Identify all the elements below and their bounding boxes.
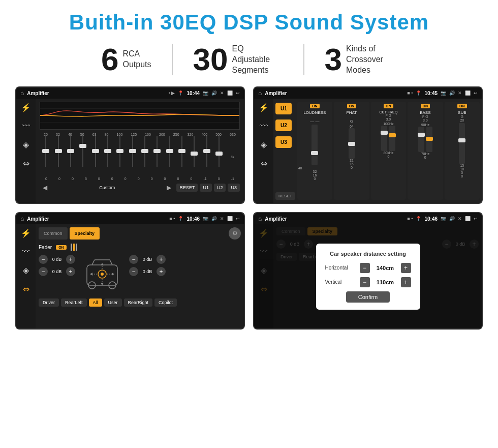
stats-row: 6 RCAOutputs 30 EQ AdjustableSegments 3 …: [15, 44, 483, 75]
cam-icon-4: 📷: [441, 216, 446, 221]
fader-sidebar: ⚡ 〰 ◈ ⇔: [16, 224, 36, 328]
play-btn[interactable]: ▶: [164, 183, 174, 193]
horizontal-value: 140cm: [374, 265, 397, 271]
sidebar-wave-icon-2[interactable]: 〰: [260, 122, 268, 131]
time-4: 10:46: [424, 216, 438, 222]
fader-lines: [71, 244, 77, 251]
eq-sidebar: ⚡ 〰 ◈ ⇔: [16, 99, 36, 203]
eq-slider-7[interactable]: [132, 136, 133, 177]
media-icons-3: ■ •: [169, 216, 175, 221]
eq-slider-14[interactable]: [219, 136, 220, 177]
expand-icon[interactable]: »: [231, 154, 234, 160]
svg-marker-17: [90, 273, 92, 276]
eq-slider-8[interactable]: [144, 136, 145, 177]
sidebar-arrows-icon-3[interactable]: ⇔: [23, 284, 29, 294]
home-icon-3[interactable]: ⌂: [20, 215, 24, 222]
u2-btn-eq[interactable]: U2: [214, 184, 226, 192]
back-icon-2[interactable]: ↩: [474, 91, 478, 96]
db-minus-bl[interactable]: −: [39, 267, 48, 276]
back-icon-3[interactable]: ↩: [236, 216, 240, 221]
horizontal-minus-btn[interactable]: −: [360, 263, 370, 273]
crossover-main: U1 U2 U3 RESET ON LOUDNESS — —: [273, 99, 482, 203]
sidebar-wave-icon[interactable]: 〰: [22, 122, 30, 131]
stat-rca-number: 6: [101, 44, 118, 75]
sidebar-speaker-icon-2[interactable]: ◈: [261, 140, 267, 150]
horizontal-plus-btn[interactable]: +: [401, 263, 411, 273]
db-minus-tl[interactable]: −: [39, 255, 48, 264]
vertical-plus-btn[interactable]: +: [401, 277, 411, 287]
sidebar-speaker-icon[interactable]: ◈: [23, 140, 29, 150]
eq-slider-5[interactable]: [107, 136, 108, 177]
prev-btn[interactable]: ◀: [40, 183, 50, 193]
sidebar-eq-icon-3[interactable]: ⚡: [21, 228, 31, 238]
page-wrapper: Buith-in 30EQ DSP Sound System 6 RCAOutp…: [0, 0, 498, 340]
stat-eq-number: 30: [193, 44, 228, 75]
all-btn[interactable]: All: [89, 298, 102, 307]
cam-icon-3: 📷: [203, 216, 208, 221]
db-control-tl: − 0 dB +: [39, 255, 75, 264]
tab-common[interactable]: Common: [39, 227, 68, 240]
vertical-value: 110cm: [374, 279, 397, 285]
freq-labels: 2532405063 80100125160200 25032040050063…: [40, 133, 240, 136]
stat-crossover-number: 3: [325, 44, 342, 75]
confirm-button[interactable]: Confirm: [346, 291, 390, 303]
time-3: 10:46: [186, 216, 200, 222]
home-icon-1[interactable]: ⌂: [20, 89, 24, 97]
home-icon-2[interactable]: ⌂: [258, 89, 262, 97]
sidebar-eq-icon-2[interactable]: ⚡: [259, 103, 269, 112]
home-icon-4[interactable]: ⌂: [258, 215, 262, 222]
u3-cross-btn[interactable]: U3: [275, 136, 292, 148]
channel-bass: ON BASS F G 3.0 90Hz: [408, 102, 443, 200]
eq-slider-6[interactable]: [119, 136, 120, 177]
vol-icon-2: 🔊: [449, 91, 455, 96]
reset-btn-eq[interactable]: RESET: [176, 184, 198, 192]
channel-phat: ON PHAT G 64 32 16: [334, 102, 369, 200]
u3-btn-eq[interactable]: U3: [228, 184, 240, 192]
sidebar-arrows-icon[interactable]: ⇔: [23, 159, 29, 168]
eq-slider-9[interactable]: [157, 136, 158, 177]
time-1: 10:44: [186, 91, 200, 96]
u1-cross-btn[interactable]: U1: [275, 103, 292, 114]
db-plus-tl[interactable]: +: [66, 255, 75, 264]
settings-icon-fader[interactable]: ⚙: [229, 227, 241, 240]
crossover-screen: ⌂ Amplifier ■ • 📍 10:45 📷 🔊 ✕ ⬜ ↩ ⚡ 〰 ◈ …: [253, 86, 483, 204]
db-minus-tr[interactable]: −: [129, 255, 138, 264]
eq-slider-4[interactable]: [95, 136, 96, 177]
db-plus-br[interactable]: +: [157, 267, 166, 276]
eq-slider-11[interactable]: [181, 136, 182, 177]
vertical-minus-btn[interactable]: −: [360, 277, 370, 287]
stat-rca: 6 RCAOutputs: [81, 44, 173, 75]
eq-slider-12[interactable]: [194, 136, 195, 177]
driver-btn[interactable]: Driver: [39, 298, 59, 307]
status-bar-3: ⌂ Amplifier ■ • 📍 10:46 📷 🔊 ✕ ⬜ ↩: [16, 213, 244, 224]
eq-slider-0[interactable]: [45, 136, 46, 177]
pin-icon-3: 📍: [178, 216, 183, 221]
fader-on-badge: ON: [56, 245, 67, 250]
rearright-btn[interactable]: RearRight: [124, 298, 153, 307]
rearleft-btn[interactable]: RearLeft: [61, 298, 87, 307]
eq-slider-3[interactable]: [82, 136, 83, 177]
eq-slider-10[interactable]: [169, 136, 170, 177]
app-name-3: Amplifier: [27, 216, 166, 222]
db-plus-bl[interactable]: +: [66, 267, 75, 276]
time-2: 10:45: [424, 91, 438, 96]
u1-btn-eq[interactable]: U1: [200, 184, 212, 192]
eq-slider-1[interactable]: [58, 136, 59, 177]
sidebar-wave-icon-3[interactable]: 〰: [22, 247, 30, 256]
svg-marker-15: [101, 263, 104, 265]
db-plus-tr[interactable]: +: [157, 255, 166, 264]
db-minus-br[interactable]: −: [129, 267, 138, 276]
back-icon-4[interactable]: ↩: [474, 216, 478, 221]
eq-slider-2[interactable]: [70, 136, 71, 177]
sidebar-eq-icon[interactable]: ⚡: [21, 103, 31, 112]
back-icon-1[interactable]: ↩: [236, 91, 240, 96]
copilot-btn[interactable]: Copilot: [154, 298, 177, 307]
user-btn[interactable]: User: [104, 298, 122, 307]
sidebar-arrows-icon-2[interactable]: ⇔: [261, 159, 267, 168]
reset-cross-btn[interactable]: RESET: [275, 192, 295, 200]
eq-slider-13[interactable]: [206, 136, 207, 177]
u2-cross-btn[interactable]: U2: [275, 120, 292, 131]
screenshots-grid: ⌂ Amplifier • ▶ 📍 10:44 📷 🔊 ✕ ⬜ ↩ ⚡ 〰 ◈ …: [15, 86, 483, 330]
tab-specialty[interactable]: Specialty: [70, 227, 100, 240]
sidebar-speaker-icon-3[interactable]: ◈: [23, 265, 29, 275]
